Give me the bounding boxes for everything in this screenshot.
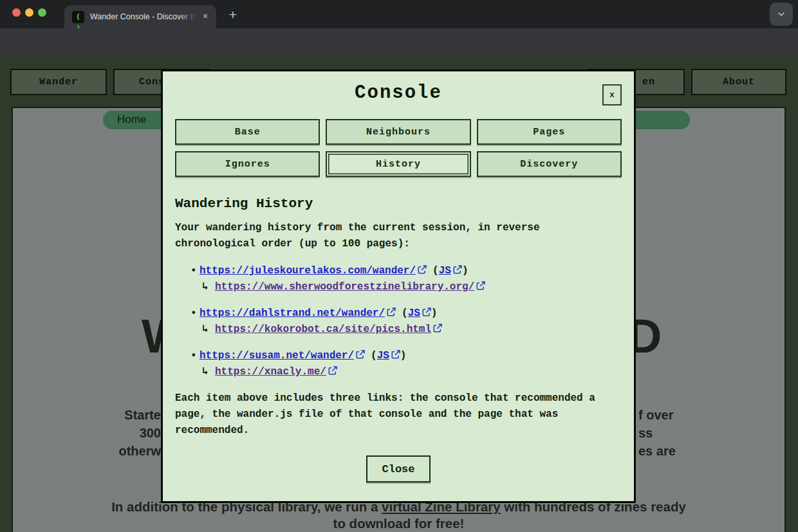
branch-arrow-icon: ↳ [202,364,215,380]
console-tab-grid: Base Neighbours Pages Ignores History Di… [175,119,622,177]
about-button[interactable]: About [691,69,786,95]
modal-close-button[interactable]: Close [366,455,431,482]
console-modal: Console x Base Neighbours Pages Ignores … [161,69,636,503]
history-item-line2: ↳https://www.sherwoodforestzinelibrary.o… [175,279,622,295]
external-link-icon [356,350,365,359]
modal-close-x-button[interactable]: x [602,84,622,105]
visited-page-link[interactable]: https://www.sherwoodforestzinelibrary.or… [215,281,474,293]
history-intro: Your wandering history from the current … [175,220,614,252]
console-url-link[interactable]: https://dahlstrand.net/wander/ [200,307,385,319]
external-link-icon [476,281,485,290]
branch-arrow-icon: ↳ [202,279,215,295]
tab-strip: ( ) Wander Console - Discover th × + [0,0,798,28]
tab-search-button[interactable] [770,3,793,26]
history-item-line1: •https://juleskourelakos.com/wander/(JS) [175,263,622,279]
site-text-fragment: otherw [118,442,161,460]
history-heading: Wandering History [175,196,622,211]
history-item-line1: •https://susam.net/wander/(JS) [175,348,622,364]
paren-close: ) [400,350,407,362]
chevron-down-icon [776,9,786,19]
tab-title-fade [179,10,200,24]
external-link-icon [328,366,337,375]
console-url-link[interactable]: https://juleskourelakos.com/wander/ [200,265,416,277]
tab-close-icon[interactable]: × [200,11,211,23]
new-tab-button[interactable]: + [225,7,241,24]
modal-footer: Close [163,455,634,482]
history-item-line2: ↳https://kokorobot.ca/site/pics.html [175,322,622,338]
history-list: •https://juleskourelakos.com/wander/(JS)… [175,263,622,380]
site-text-fragment: Starte [124,406,161,424]
paren-close: ) [431,307,438,319]
browser-window: ( ) Wander Console - Discover th × + [0,0,798,532]
history-item-line2: ↳https://xnacly.me/ [175,364,622,380]
home-link[interactable]: Home [117,113,146,126]
tab-favicon-icon: ( ) [72,11,84,23]
bullet-icon: • [190,306,200,322]
history-outro: Each item above includes three links: th… [175,390,614,439]
tab-history[interactable]: History [326,151,470,177]
history-item: •https://dahlstrand.net/wander/(JS) ↳htt… [175,306,622,338]
js-file-link[interactable]: JS [377,350,389,362]
paren-open: ( [402,307,408,319]
external-link-icon [391,350,400,359]
tab-ignores[interactable]: Ignores [175,151,320,177]
external-link-icon [418,265,427,274]
paren-open: ( [371,350,377,362]
site-text-fragment: f over [638,406,673,424]
browser-toolbar: https://susam.net/wander/ ⋮ [0,28,798,57]
site-text-fragment: 300 [140,424,161,442]
visited-page-link[interactable]: https://xnacly.me/ [215,366,326,378]
external-link-icon [387,307,396,316]
js-file-link[interactable]: JS [408,307,420,319]
tab-pages[interactable]: Pages [477,119,622,145]
visited-page-link[interactable]: https://kokorobot.ca/site/pics.html [215,324,431,335]
site-text-fragment: es are [638,442,676,460]
zoom-window-button[interactable] [38,8,46,17]
site-bottom-text-clipped: to download for free! [13,516,784,531]
minimize-window-button[interactable] [25,8,33,17]
browser-tab[interactable]: ( ) Wander Console - Discover th × [64,5,216,28]
tab-discovery[interactable]: Discovery [477,151,622,177]
console-url-link[interactable]: https://susam.net/wander/ [200,350,354,362]
tab-neighbours[interactable]: Neighbours [326,119,470,145]
external-link-icon [453,265,462,274]
close-window-button[interactable] [12,8,21,17]
bullet-icon: • [190,263,200,279]
site-text-fragment: ss [638,424,653,442]
branch-arrow-icon: ↳ [202,322,215,338]
external-link-icon [422,307,431,316]
paren-open: ( [432,265,439,277]
modal-title: Console [163,82,634,104]
bullet-icon: • [190,348,200,364]
history-item: •https://juleskourelakos.com/wander/(JS)… [175,263,622,295]
wander-button[interactable]: Wander [10,69,107,95]
paren-close: ) [462,265,469,277]
tab-base[interactable]: Base [175,119,320,145]
js-file-link[interactable]: JS [439,265,451,277]
external-link-icon [433,324,442,333]
history-item: •https://susam.net/wander/(JS) ↳https://… [175,348,622,380]
history-item-line1: •https://dahlstrand.net/wander/(JS) [175,306,622,322]
